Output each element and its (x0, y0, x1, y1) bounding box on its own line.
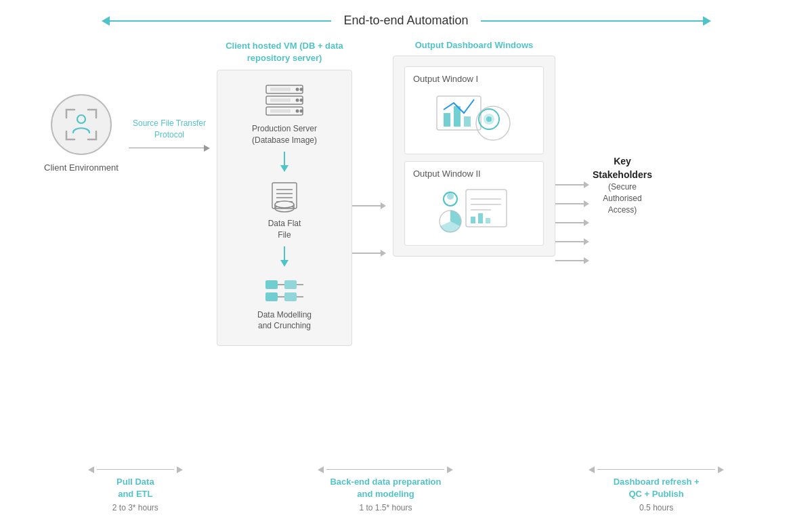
right-arrow-1 (555, 181, 589, 188)
data-flat-file-item: Data FlatFile (228, 177, 341, 241)
arrow-left-icon (102, 16, 110, 26)
stakeholders-title: KeyStakeholders (593, 155, 652, 181)
output-window-2: Output Window II (404, 161, 544, 246)
svg-point-37 (486, 116, 492, 122)
bottom-section-2: Back-end data preparationand modeling 1 … (318, 466, 453, 512)
svg-point-7 (300, 99, 303, 102)
svg-point-9 (300, 110, 303, 113)
vm-box: Production Server(Database Image) (217, 70, 352, 346)
svg-rect-11 (270, 99, 291, 102)
svg-rect-33 (464, 116, 471, 127)
data-modelling-icon (261, 272, 307, 306)
svg-rect-26 (284, 280, 297, 289)
data-flat-file-label: Data FlatFile (268, 218, 301, 241)
top-arrow-line: End-to-end Automation (102, 14, 711, 28)
server-icon (261, 83, 308, 120)
client-label: Client Environment (44, 162, 119, 174)
vm-to-dashboard-arrows (352, 60, 386, 345)
svg-point-8 (296, 110, 299, 113)
arrow-line-right (481, 20, 703, 22)
right-arrow-5 (555, 257, 589, 264)
svg-rect-46 (486, 218, 490, 223)
automation-label: End-to-end Automation (331, 14, 480, 28)
dashboard-box: Output Window I (393, 56, 555, 257)
bottom-subtitle-2: 1 to 1.5* hours (359, 503, 412, 512)
arrow-right-icon (703, 16, 711, 26)
svg-point-21 (275, 201, 294, 208)
main-container: End-to-end Automation (0, 0, 812, 526)
content-row: Client Environment Source File Transfer … (20, 40, 792, 346)
transfer-label: Source File Transfer Protocol (129, 118, 210, 141)
top-arrow-row: End-to-end Automation (20, 14, 792, 28)
conn-arrow-1 (352, 202, 386, 209)
bottom-section-1: Pull Dataand ETL 2 to 3* hours (88, 466, 183, 512)
svg-rect-27 (284, 292, 297, 301)
svg-rect-22 (265, 280, 278, 289)
bottom-section-3: Dashboard refresh +QC + Publish 0.5 hour… (589, 466, 724, 512)
output-window-2-title: Output Window II (413, 169, 481, 179)
bottom-title-1: Pull Dataand ETL (116, 476, 154, 500)
svg-rect-44 (471, 217, 475, 223)
stakeholders-section: KeyStakeholders (SecureAuthorisedAccess) (593, 155, 652, 216)
output-window-1-title: Output Window I (413, 74, 478, 84)
output-window-1: Output Window I (404, 66, 544, 154)
svg-point-39 (447, 193, 454, 200)
dashboard-title: Output Dashboard Windows (415, 40, 534, 50)
client-section: Client Environment (34, 94, 129, 174)
transfer-section: Source File Transfer Protocol (129, 118, 210, 152)
vm-title: Client hosted VM (DB + datarepository se… (226, 40, 343, 64)
stakeholders-subtitle: (SecureAuthorisedAccess) (603, 181, 641, 215)
production-server-item: Production Server(Database Image) (228, 83, 341, 146)
down-arrow-2 (280, 246, 289, 267)
database-icon (264, 177, 305, 215)
transfer-arrow (129, 145, 210, 152)
bottom-title-3: Dashboard refresh +QC + Publish (614, 476, 700, 500)
bottom-row: Pull Dataand ETL 2 to 3* hours Back-end … (0, 466, 812, 512)
svg-rect-10 (270, 88, 291, 91)
conn-arrow-2 (352, 250, 386, 257)
data-modelling-label: Data Modellingand Crunching (257, 309, 312, 332)
svg-point-4 (296, 88, 299, 91)
output-window-2-icon (433, 184, 515, 238)
bottom-arrows-3 (589, 466, 724, 473)
svg-point-5 (300, 88, 303, 91)
dashboard-section: Output Dashboard Windows Output Window I (393, 40, 555, 257)
vm-section: Client hosted VM (DB + datarepository se… (217, 40, 352, 346)
svg-rect-12 (270, 110, 291, 113)
production-server-label: Production Server(Database Image) (252, 123, 317, 146)
bottom-arrows-2 (318, 466, 453, 473)
right-arrow-4 (555, 238, 589, 245)
right-arrow-3 (555, 219, 589, 226)
svg-point-0 (77, 115, 85, 123)
right-arrow-2 (555, 200, 589, 207)
down-arrow-1 (280, 152, 289, 172)
client-icon-box (51, 94, 112, 155)
svg-point-6 (296, 99, 299, 102)
arrow-line-left (110, 20, 332, 22)
client-icon (61, 104, 102, 145)
svg-rect-45 (478, 213, 483, 223)
bottom-arrows-1 (88, 466, 183, 473)
bottom-title-2: Back-end data preparationand modeling (330, 476, 441, 500)
bottom-subtitle-1: 2 to 3* hours (112, 503, 158, 512)
output-window-1-icon (433, 89, 515, 147)
data-modelling-item: Data Modellingand Crunching (228, 272, 341, 332)
svg-rect-23 (265, 292, 278, 301)
dashboard-to-stakeholders-arrows (555, 60, 589, 345)
svg-rect-31 (444, 113, 450, 127)
bottom-subtitle-3: 0.5 hours (639, 503, 673, 512)
